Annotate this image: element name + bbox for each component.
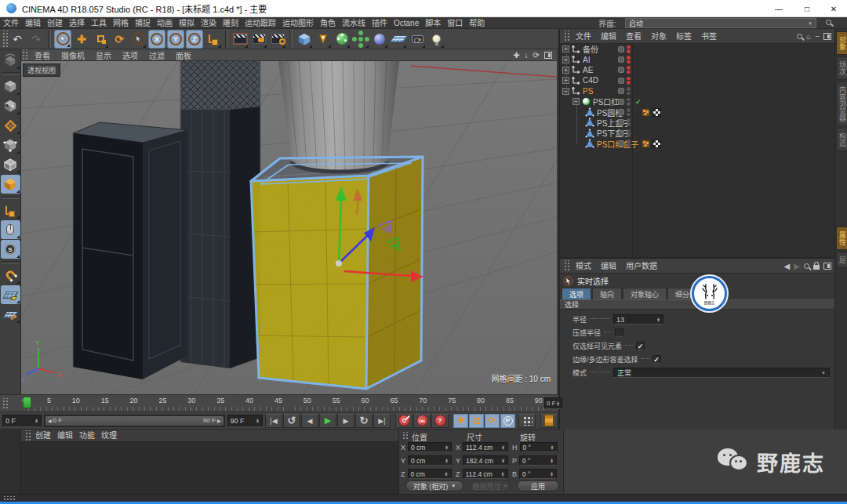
- menu-animate[interactable]: 动画: [154, 17, 176, 29]
- visibility-dots[interactable]: [627, 108, 631, 116]
- object-mode-dropdown[interactable]: 对象 (相对)▼: [405, 480, 463, 491]
- rot-h-input[interactable]: 0 °▲▼: [520, 442, 558, 452]
- mat-menu-create[interactable]: 创建: [32, 430, 54, 441]
- layer-chip[interactable]: [618, 130, 624, 136]
- mat-menu-edit[interactable]: 编辑: [54, 430, 76, 441]
- menu-tools[interactable]: 工具: [88, 17, 110, 29]
- play-button[interactable]: ▶: [319, 414, 336, 428]
- timeline-film-button[interactable]: [540, 414, 558, 428]
- key-pla-toggle[interactable]: [518, 414, 536, 428]
- object-name[interactable]: AI: [583, 56, 590, 64]
- go-to-end-button[interactable]: ▶|: [373, 414, 391, 428]
- view-menu-panel[interactable]: 面板: [170, 49, 197, 61]
- search-icon[interactable]: [797, 34, 802, 39]
- om-menu-tags[interactable]: 标签: [671, 31, 696, 42]
- frame-range-slider[interactable]: ◀ 0 F 90 F ▶: [44, 415, 225, 427]
- visibility-dots[interactable]: [627, 98, 631, 106]
- side-tab-structure[interactable]: 构造: [836, 128, 847, 151]
- enabled-check-icon[interactable]: ✓: [635, 98, 642, 106]
- lock-icon[interactable]: [813, 265, 820, 270]
- view-menu-options[interactable]: 选项: [117, 49, 144, 61]
- range-right-grip[interactable]: ▶: [217, 418, 221, 423]
- autokey-button[interactable]: (●): [413, 414, 431, 428]
- spinner-icon[interactable]: ▲▼: [656, 317, 660, 322]
- tab-falloff[interactable]: 轴向: [592, 288, 622, 299]
- scale-tool[interactable]: [92, 30, 109, 49]
- add-primitive-button[interactable]: [296, 30, 313, 49]
- side-tab-attributes[interactable]: 属性: [836, 227, 847, 250]
- menu-select[interactable]: 选择: [66, 17, 88, 29]
- apply-button[interactable]: 应用: [517, 480, 559, 491]
- view-menu-filter[interactable]: 过滤: [144, 49, 170, 61]
- radius-input[interactable]: 13 ▲▼: [613, 314, 663, 325]
- side-tab-content-browser[interactable]: 内容浏览器: [836, 82, 847, 126]
- move-tool[interactable]: ✚: [73, 30, 90, 49]
- snap-mode-button[interactable]: S: [1, 240, 20, 259]
- previous-frame-button[interactable]: ◀: [301, 414, 318, 428]
- pan-view-icon[interactable]: ✚: [513, 51, 519, 60]
- pressure-radius-checkbox[interactable]: [615, 328, 623, 337]
- rotate-tool[interactable]: ⟳: [111, 30, 128, 49]
- menu-edit[interactable]: 编辑: [22, 17, 44, 29]
- toolbar-grip[interactable]: [2, 31, 8, 48]
- forward-icon[interactable]: ▶: [794, 262, 800, 270]
- spinner-icon[interactable]: ▲▼: [35, 419, 38, 423]
- tab-options[interactable]: 选项: [562, 288, 591, 299]
- add-spline-button[interactable]: [314, 30, 332, 49]
- coords-grip[interactable]: [402, 432, 409, 440]
- start-frame-field[interactable]: 0 F ▲▼: [2, 415, 42, 427]
- dolly-view-icon[interactable]: ↓: [525, 51, 529, 60]
- gizmo-center-handle[interactable]: [336, 260, 342, 267]
- timeline-ruler[interactable]: 051015202530354045505560657075808590 0 F…: [0, 394, 558, 412]
- menu-window[interactable]: 窗口: [444, 17, 466, 29]
- menu-mesh[interactable]: 网格: [110, 17, 132, 29]
- only-visible-checkbox[interactable]: ✓: [636, 342, 645, 350]
- visibility-dots[interactable]: [627, 140, 631, 147]
- pos-x-input[interactable]: 0 cm▲▼: [408, 442, 452, 452]
- go-to-start-button[interactable]: |◀: [265, 414, 282, 428]
- undo-button[interactable]: ↶: [9, 30, 26, 49]
- coordinate-system-button[interactable]: [205, 30, 222, 49]
- tree-item-ps[interactable]: − PS: [560, 86, 836, 96]
- next-frame-button[interactable]: ▶: [337, 414, 354, 428]
- spinner-icon[interactable]: ▲▼: [256, 419, 260, 423]
- play-loop-button[interactable]: ↻: [355, 414, 373, 428]
- visibility-dots[interactable]: [627, 118, 631, 126]
- search-icon[interactable]: [804, 263, 809, 269]
- material-grip[interactable]: [24, 430, 32, 441]
- close-button[interactable]: ✕: [820, 0, 847, 17]
- points-mode-button[interactable]: [1, 136, 20, 154]
- layer-chip[interactable]: [618, 140, 624, 147]
- pos-y-input[interactable]: 0 cm▲▼: [408, 455, 452, 466]
- menu-create[interactable]: 创建: [44, 17, 66, 29]
- tree-item-ps-cylinder[interactable]: PS圆柱: [560, 107, 836, 117]
- model-mode-button[interactable]: [1, 77, 20, 96]
- keyframe-selection-button[interactable]: ?: [431, 414, 449, 428]
- key-rotation-toggle[interactable]: ⟳: [485, 414, 500, 428]
- expand-icon[interactable]: +: [562, 45, 569, 53]
- key-scale-toggle[interactable]: [469, 414, 484, 428]
- add-camera-button[interactable]: [409, 30, 426, 49]
- lock-z-axis-button[interactable]: Z: [186, 30, 203, 49]
- tree-item-c4d[interactable]: + C4D: [560, 75, 836, 85]
- end-frame-field[interactable]: 90 F ▲▼: [227, 415, 264, 427]
- tree-item-ae[interactable]: + AE: [560, 65, 836, 75]
- object-name[interactable]: AE: [583, 66, 593, 74]
- phong-tag[interactable]: [642, 140, 650, 148]
- phong-tag[interactable]: [642, 108, 650, 117]
- menu-render[interactable]: 渲染: [198, 17, 220, 29]
- size-x-input[interactable]: 112.4 cm▲▼: [463, 442, 508, 452]
- tab-object-axis[interactable]: 对象轴心: [623, 288, 667, 299]
- expand-icon[interactable]: +: [562, 56, 569, 63]
- mode-dropdown[interactable]: 正常 ▼: [613, 368, 830, 378]
- edges-mode-button[interactable]: [1, 155, 20, 174]
- collapse-icon[interactable]: −: [562, 88, 569, 95]
- maximize-button[interactable]: □: [794, 0, 820, 17]
- layer-chip[interactable]: [618, 78, 624, 84]
- layer-chip[interactable]: [618, 56, 624, 63]
- key-position-toggle[interactable]: ✚: [453, 414, 468, 428]
- search-icon[interactable]: [826, 20, 831, 25]
- uvw-tag[interactable]: [653, 140, 661, 148]
- visibility-dots[interactable]: [627, 129, 631, 137]
- workplane-mode-button[interactable]: ⟳: [1, 305, 20, 324]
